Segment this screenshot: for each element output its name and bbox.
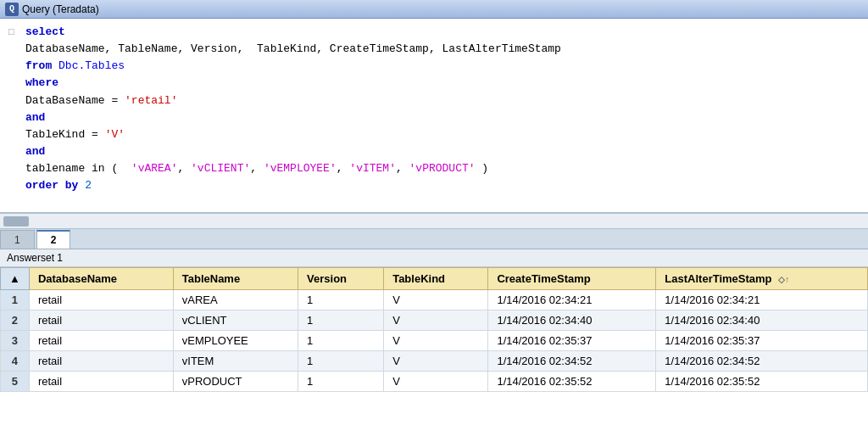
sql-line-10: order by 2 xyxy=(8,177,860,194)
sql-code: and xyxy=(25,109,860,126)
col-header-tablename[interactable]: TableName xyxy=(173,268,298,290)
tab-2-label: 2 xyxy=(51,234,57,246)
cell-tablename: vCLIENT xyxy=(173,310,298,331)
sql-code: select xyxy=(25,24,860,41)
row-number-cell: 4 xyxy=(1,351,30,372)
cell-tablekind: V xyxy=(384,331,488,351)
app-icon: Q xyxy=(5,3,19,16)
cell-databasename: retail xyxy=(29,290,173,310)
sql-line-6: and xyxy=(8,109,860,126)
sql-line-2: DatabaseName, TableName, Version, TableK… xyxy=(8,41,860,58)
sql-line-5: DataBaseName = 'retail' xyxy=(8,92,860,109)
sql-code: where xyxy=(25,75,860,92)
sql-line-8: and xyxy=(8,143,860,160)
tab-1[interactable]: 1 xyxy=(0,230,35,249)
sql-line-7: TableKind = 'V' xyxy=(8,126,860,143)
cell-createtimestamp: 1/14/2016 02:34:52 xyxy=(488,351,656,372)
cell-tablename: vAREA xyxy=(173,290,298,310)
cell-lastaltertimestamp: 1/14/2016 02:34:21 xyxy=(656,290,868,310)
title-bar: Q Query (Teradata) xyxy=(0,0,868,19)
sql-line-9: tablename in ( 'vAREA', 'vCLIENT', 'vEMP… xyxy=(8,160,860,177)
line-gutter: □ xyxy=(8,25,25,40)
tab-bar: 1 2 xyxy=(0,229,868,249)
table-row: 1retailvAREA1V1/14/2016 02:34:211/14/201… xyxy=(1,290,868,310)
sql-line-1: □ select xyxy=(8,24,860,41)
cell-version: 1 xyxy=(298,310,384,331)
sort-desc-icon: ◇↑ xyxy=(778,275,789,284)
sql-code: order by 2 xyxy=(25,177,860,194)
query-editor[interactable]: □ select DatabaseName, TableName, Versio… xyxy=(0,19,868,214)
horizontal-scrollbar[interactable] xyxy=(0,214,868,229)
cell-tablename: vITEM xyxy=(173,351,298,372)
sql-code: and xyxy=(25,143,860,160)
cell-databasename: retail xyxy=(29,310,173,331)
cell-tablekind: V xyxy=(384,351,488,372)
table-row: 5retailvPRODUCT1V1/14/2016 02:35:521/14/… xyxy=(1,372,868,392)
row-number-cell: 1 xyxy=(1,290,30,310)
cell-tablekind: V xyxy=(384,310,488,331)
col-header-version[interactable]: Version xyxy=(298,268,384,290)
sql-code: tablename in ( 'vAREA', 'vCLIENT', 'vEMP… xyxy=(25,160,860,177)
cell-databasename: retail xyxy=(29,351,173,372)
cell-version: 1 xyxy=(298,331,384,351)
cell-createtimestamp: 1/14/2016 02:35:52 xyxy=(488,372,656,392)
row-number-cell: 5 xyxy=(1,372,30,392)
col-header-databasename[interactable]: DatabaseName xyxy=(29,268,173,290)
cell-databasename: retail xyxy=(29,372,173,392)
sql-code: from Dbc.Tables xyxy=(25,58,860,75)
cell-lastaltertimestamp: 1/14/2016 02:34:40 xyxy=(656,310,868,331)
cell-tablekind: V xyxy=(384,372,488,392)
tab-1-label: 1 xyxy=(14,234,20,246)
cell-lastaltertimestamp: 1/14/2016 02:35:37 xyxy=(656,331,868,351)
row-number-cell: 3 xyxy=(1,331,30,351)
answerset-label: Answerset 1 xyxy=(0,249,868,267)
col-header-rownum[interactable]: ▲ xyxy=(1,268,30,290)
table-row: 4retailvITEM1V1/14/2016 02:34:521/14/201… xyxy=(1,351,868,372)
sql-line-4: where xyxy=(8,75,860,92)
cell-tablekind: V xyxy=(384,290,488,310)
window-title: Query (Teradata) xyxy=(22,3,99,15)
cell-createtimestamp: 1/14/2016 02:34:40 xyxy=(488,310,656,331)
row-number-cell: 2 xyxy=(1,310,30,331)
cell-lastaltertimestamp: 1/14/2016 02:35:52 xyxy=(656,372,868,392)
cell-createtimestamp: 1/14/2016 02:34:21 xyxy=(488,290,656,310)
sql-code: DataBaseName = 'retail' xyxy=(25,92,860,109)
sort-icon: ▲ xyxy=(9,272,20,285)
results-table: ▲ DatabaseName TableName Version TableKi… xyxy=(0,267,868,392)
cell-version: 1 xyxy=(298,372,384,392)
col-header-tablekind[interactable]: TableKind xyxy=(384,268,488,290)
sql-line-3: from Dbc.Tables xyxy=(8,58,860,75)
cell-version: 1 xyxy=(298,290,384,310)
cell-createtimestamp: 1/14/2016 02:35:37 xyxy=(488,331,656,351)
cell-tablename: vEMPLOYEE xyxy=(173,331,298,351)
results-tbody: 1retailvAREA1V1/14/2016 02:34:211/14/201… xyxy=(1,290,868,392)
col-header-lastalterts[interactable]: LastAlterTimeStamp ◇↑ xyxy=(656,268,868,290)
cell-tablename: vPRODUCT xyxy=(173,372,298,392)
cell-databasename: retail xyxy=(29,331,173,351)
cell-version: 1 xyxy=(298,351,384,372)
tab-2[interactable]: 2 xyxy=(36,230,71,249)
cell-lastaltertimestamp: 1/14/2016 02:34:52 xyxy=(656,351,868,372)
scroll-thumb[interactable] xyxy=(3,216,29,226)
table-row: 2retailvCLIENT1V1/14/2016 02:34:401/14/2… xyxy=(1,310,868,331)
col-header-createtimestamp[interactable]: CreateTimeStamp xyxy=(488,268,656,290)
table-header-row: ▲ DatabaseName TableName Version TableKi… xyxy=(1,268,868,290)
results-table-wrapper[interactable]: ▲ DatabaseName TableName Version TableKi… xyxy=(0,267,868,392)
table-row: 3retailvEMPLOYEE1V1/14/2016 02:35:371/14… xyxy=(1,331,868,351)
sql-code: TableKind = 'V' xyxy=(25,126,860,143)
sql-code: DatabaseName, TableName, Version, TableK… xyxy=(25,41,860,58)
